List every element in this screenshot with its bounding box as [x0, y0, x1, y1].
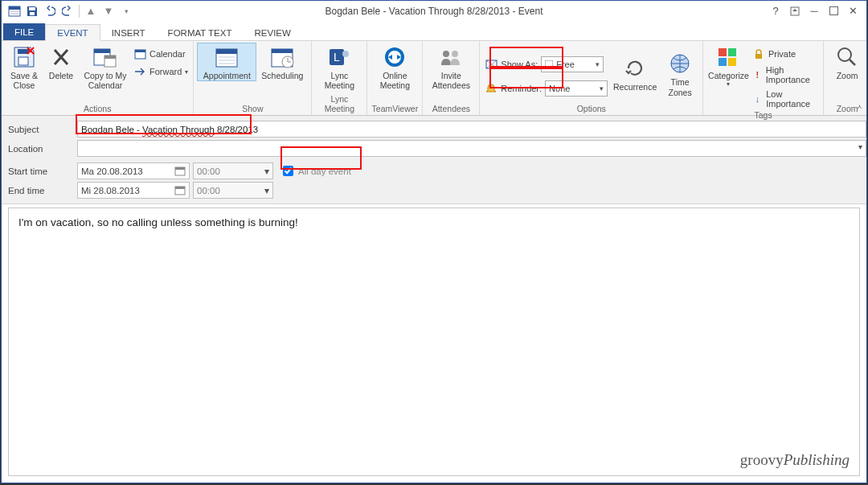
start-time-input[interactable]: 00:00 ▾ — [193, 162, 273, 179]
invite-attendees-label: Invite Attendees — [428, 71, 474, 90]
copy-to-calendar-button[interactable]: Copy to My Calendar — [79, 43, 132, 90]
save-close-button[interactable]: Save & Close — [5, 43, 43, 90]
maximize-button[interactable] — [825, 3, 842, 19]
quick-access-toolbar: ▲ ▼ ▾ — [2, 3, 134, 19]
lync-icon: L — [326, 45, 352, 69]
reminder-combo[interactable]: None ▾ — [545, 80, 608, 97]
tab-event[interactable]: EVENT — [45, 24, 100, 41]
group-teamviewer-label: TeamViewer — [371, 104, 419, 115]
forward-button[interactable]: Forward ▾ — [132, 64, 190, 80]
end-time-input[interactable]: 00:00 ▾ — [193, 182, 273, 199]
online-meeting-button[interactable]: Online Meeting — [371, 43, 419, 90]
tags-small: Private ! High Importance ↓ Low Importan… — [751, 43, 820, 110]
svg-rect-22 — [272, 49, 293, 53]
group-lync: L Lync Meeting Lync Meeting — [312, 41, 367, 115]
low-importance-icon: ↓ — [752, 92, 763, 105]
zoom-button[interactable]: Zoom — [827, 43, 867, 80]
show-as-label: Show As: — [501, 60, 538, 69]
svg-rect-36 — [719, 48, 727, 56]
group-tags-label: Tags — [706, 110, 820, 121]
teamviewer-icon — [382, 45, 407, 69]
copy-to-calendar-label: Copy to My Calendar — [80, 71, 130, 90]
time-zones-label: Time Zones — [662, 77, 698, 97]
chevron-down-icon: ▾ — [600, 84, 604, 92]
location-input[interactable]: ▾ — [77, 140, 866, 157]
end-time-label: End time — [8, 186, 77, 195]
svg-rect-38 — [719, 58, 727, 66]
undo-icon[interactable] — [42, 3, 58, 19]
ribbon: Save & Close Delete Copy to My Calendar — [2, 41, 866, 116]
body-editor[interactable]: I'm on vacation, so no calling unless so… — [8, 208, 860, 476]
svg-rect-1 — [9, 6, 20, 10]
app-icon[interactable] — [6, 3, 23, 19]
forward-icon — [133, 65, 146, 78]
high-importance-label: High Importance — [766, 65, 818, 84]
appointment-button[interactable]: Appointment — [197, 43, 256, 81]
reminder-value: None — [549, 84, 570, 93]
body-text: I'm on vacation, so no calling unless so… — [18, 216, 298, 228]
up-icon[interactable]: ▲ — [83, 3, 99, 19]
delete-button[interactable]: Delete — [43, 43, 79, 80]
title-bar: ▲ ▼ ▾ Bogdan Bele - Vacation Through 8/2… — [2, 1, 866, 21]
lock-icon — [752, 47, 765, 60]
private-button[interactable]: Private — [751, 46, 820, 62]
start-time-value: 00:00 — [197, 166, 220, 176]
lync-meeting-button[interactable]: L Lync Meeting — [315, 43, 363, 90]
invite-attendees-button[interactable]: Invite Attendees — [426, 43, 476, 90]
help-button[interactable]: ? — [767, 3, 784, 19]
time-zones-button[interactable]: Time Zones — [661, 49, 699, 97]
categorize-button[interactable]: Categorize ▾ — [706, 43, 751, 88]
down-icon[interactable]: ▼ — [100, 3, 117, 19]
all-day-wrap: All day event — [283, 166, 351, 176]
low-importance-button[interactable]: ↓ Low Importance — [751, 88, 820, 110]
qat-more-icon[interactable]: ▾ — [118, 3, 134, 19]
all-day-checkbox[interactable] — [283, 166, 293, 176]
calendar-picker-icon[interactable] — [174, 185, 186, 195]
calendar-picker-icon[interactable] — [174, 166, 186, 176]
tab-file[interactable]: FILE — [3, 23, 45, 40]
svg-rect-39 — [728, 58, 736, 66]
online-meeting-label: Online Meeting — [372, 71, 417, 90]
group-options-label: Options — [483, 104, 699, 115]
tab-insert[interactable]: INSERT — [100, 25, 157, 40]
delete-icon — [48, 45, 74, 69]
show-as-row: Show As: Free ▾ — [483, 55, 609, 74]
minimize-button[interactable]: ─ — [805, 3, 823, 19]
end-date-input[interactable]: Mi 28.08.2013 — [77, 182, 190, 199]
calendar-button[interactable]: Calendar — [132, 46, 190, 62]
show-as-combo[interactable]: Free ▾ — [541, 56, 604, 72]
redo-icon[interactable] — [59, 3, 76, 19]
start-date-input[interactable]: Ma 20.08.2013 — [77, 162, 190, 179]
save-icon[interactable] — [24, 3, 40, 19]
actions-small: Calendar Forward ▾ — [132, 43, 190, 80]
private-label: Private — [768, 49, 796, 59]
close-button[interactable]: ✕ — [844, 3, 862, 19]
high-importance-button[interactable]: ! High Importance — [751, 64, 820, 86]
window-controls: ? ─ ✕ — [767, 3, 866, 19]
reminder-icon — [485, 82, 497, 95]
chevron-down-icon[interactable]: ▾ — [858, 142, 862, 151]
scheduling-button[interactable]: Scheduling — [256, 43, 308, 80]
subject-input[interactable]: Bogdan Bele - Vacation Through 8/28/2013 — [77, 121, 866, 138]
chevron-down-icon: ▾ — [596, 60, 600, 68]
delete-label: Delete — [49, 71, 73, 80]
recurrence-label: Recurrence — [613, 82, 657, 92]
recurrence-button[interactable]: Recurrence — [609, 54, 661, 92]
end-time-row: Mi 28.08.2013 00:00 ▾ — [77, 182, 860, 199]
end-time-value: 00:00 — [197, 186, 220, 195]
svg-rect-7 — [829, 7, 837, 15]
svg-rect-34 — [545, 60, 553, 68]
tab-review[interactable]: REVIEW — [243, 25, 301, 40]
collapse-ribbon-icon[interactable]: ㅅ — [856, 102, 863, 113]
svg-rect-37 — [728, 48, 736, 56]
copy-calendar-icon — [92, 45, 118, 69]
svg-rect-4 — [29, 7, 35, 10]
ribbon-options-button[interactable] — [786, 3, 804, 19]
tab-format-text[interactable]: FORMAT TEXT — [157, 25, 244, 40]
svg-rect-46 — [175, 187, 185, 189]
watermark: groovyPublishing — [740, 451, 850, 469]
categorize-label: Categorize — [708, 71, 749, 80]
zoom-icon — [834, 45, 860, 69]
svg-rect-15 — [135, 50, 145, 52]
chevron-down-icon: ▾ — [264, 166, 269, 177]
